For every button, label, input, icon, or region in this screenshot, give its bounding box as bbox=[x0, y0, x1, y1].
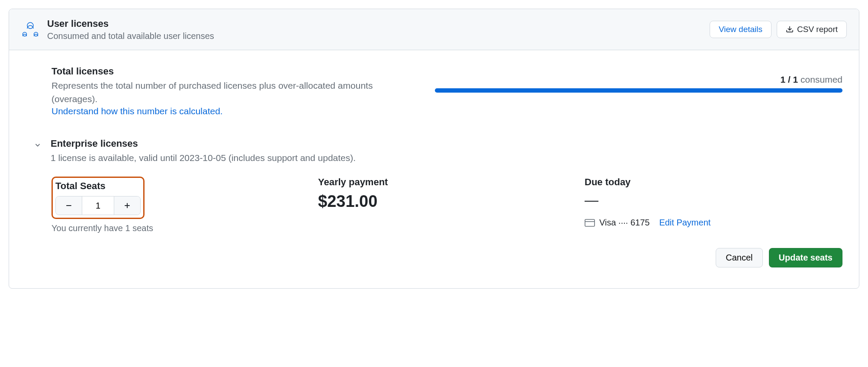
enterprise-title: Enterprise licenses bbox=[51, 138, 842, 149]
due-today-column: Due today — Visa ···· 6175 Edit Payment bbox=[585, 177, 842, 233]
svg-rect-3 bbox=[585, 219, 595, 226]
chevron-down-icon[interactable] bbox=[33, 141, 42, 149]
update-seats-button[interactable]: Update seats bbox=[769, 248, 843, 267]
enterprise-desc: 1 license is available, valid until 2023… bbox=[51, 151, 842, 165]
increment-button[interactable] bbox=[114, 196, 140, 215]
cancel-button[interactable]: Cancel bbox=[716, 248, 762, 267]
consumed-count: 1 / 1 bbox=[780, 74, 798, 84]
plus-icon bbox=[124, 202, 131, 209]
yearly-label: Yearly payment bbox=[318, 177, 576, 188]
view-details-button[interactable]: View details bbox=[710, 21, 772, 38]
user-licenses-panel: User licenses Consumed and total availab… bbox=[9, 9, 859, 289]
csv-report-label: CSV report bbox=[797, 25, 838, 34]
decrement-button[interactable] bbox=[56, 196, 82, 215]
yearly-amount: $231.00 bbox=[318, 192, 576, 211]
total-licenses-title: Total licenses bbox=[51, 66, 418, 77]
edit-payment-link[interactable]: Edit Payment bbox=[659, 218, 710, 228]
panel-header: User licenses Consumed and total availab… bbox=[9, 9, 859, 50]
minus-icon bbox=[65, 202, 72, 209]
due-amount: — bbox=[585, 192, 842, 208]
download-icon bbox=[786, 26, 794, 33]
header-title: User licenses bbox=[47, 18, 702, 30]
understand-calc-link[interactable]: Understand how this number is calculated… bbox=[51, 106, 223, 116]
total-licenses-desc: Represents the total number of purchased… bbox=[51, 79, 418, 106]
consumed-word: consumed bbox=[798, 74, 842, 84]
seats-input[interactable] bbox=[82, 196, 114, 215]
csv-report-button[interactable]: CSV report bbox=[777, 21, 847, 38]
consumed-label: 1 / 1 consumed bbox=[435, 74, 842, 85]
stepper-highlight: Total Seats bbox=[51, 177, 145, 219]
card-text: Visa ···· 6175 bbox=[599, 218, 649, 228]
total-seats-column: Total Seats You currently have 1 seats bbox=[51, 177, 309, 233]
total-seats-label: Total Seats bbox=[55, 180, 141, 192]
seats-helper: You currently have 1 seats bbox=[51, 223, 309, 233]
header-subtitle: Consumed and total available user licens… bbox=[47, 31, 702, 41]
seats-stepper bbox=[55, 196, 141, 215]
due-label: Due today bbox=[585, 177, 842, 188]
license-progress-bar bbox=[435, 88, 842, 93]
people-icon bbox=[21, 20, 39, 39]
credit-card-icon bbox=[585, 219, 595, 227]
panel-body: Total licenses Represents the total numb… bbox=[9, 50, 859, 289]
yearly-payment-column: Yearly payment $231.00 bbox=[318, 177, 576, 233]
